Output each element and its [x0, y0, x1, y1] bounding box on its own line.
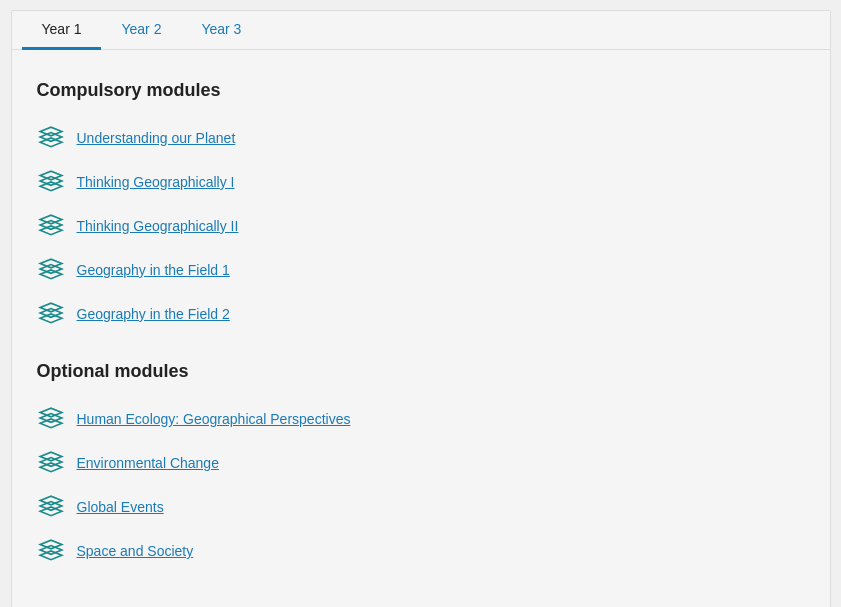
- module-link[interactable]: Geography in the Field 2: [77, 306, 230, 322]
- content-area: Compulsory modules Understanding our Pla…: [12, 50, 830, 607]
- list-item: Environmental Change: [37, 441, 805, 485]
- layers-icon: [37, 124, 65, 152]
- layers-icon: [37, 212, 65, 240]
- module-link[interactable]: Understanding our Planet: [77, 130, 236, 146]
- layers-icon: [37, 168, 65, 196]
- list-item: Geography in the Field 1: [37, 248, 805, 292]
- list-item: Understanding our Planet: [37, 116, 805, 160]
- list-item: Thinking Geographically I: [37, 160, 805, 204]
- tab-year3[interactable]: Year 3: [181, 11, 261, 50]
- module-link[interactable]: Thinking Geographically II: [77, 218, 239, 234]
- optional-title: Optional modules: [37, 361, 805, 382]
- module-link[interactable]: Environmental Change: [77, 455, 219, 471]
- tab-year2[interactable]: Year 2: [101, 11, 181, 50]
- tabs-bar: Year 1Year 2Year 3: [12, 11, 830, 50]
- module-link[interactable]: Thinking Geographically I: [77, 174, 235, 190]
- main-container: Year 1Year 2Year 3 Compulsory modules Un…: [11, 10, 831, 607]
- layers-icon: [37, 405, 65, 433]
- module-link[interactable]: Space and Society: [77, 543, 194, 559]
- tab-year1[interactable]: Year 1: [22, 11, 102, 50]
- compulsory-section: Compulsory modules Understanding our Pla…: [37, 80, 805, 336]
- optional-section: Optional modules Human Ecology: Geograph…: [37, 361, 805, 573]
- list-item: Space and Society: [37, 529, 805, 573]
- compulsory-title: Compulsory modules: [37, 80, 805, 101]
- optional-list: Human Ecology: Geographical Perspectives…: [37, 397, 805, 573]
- list-item: Geography in the Field 2: [37, 292, 805, 336]
- layers-icon: [37, 537, 65, 565]
- list-item: Human Ecology: Geographical Perspectives: [37, 397, 805, 441]
- layers-icon: [37, 449, 65, 477]
- module-link[interactable]: Geography in the Field 1: [77, 262, 230, 278]
- list-item: Global Events: [37, 485, 805, 529]
- layers-icon: [37, 493, 65, 521]
- list-item: Thinking Geographically II: [37, 204, 805, 248]
- module-link[interactable]: Global Events: [77, 499, 164, 515]
- layers-icon: [37, 256, 65, 284]
- layers-icon: [37, 300, 65, 328]
- compulsory-list: Understanding our PlanetThinking Geograp…: [37, 116, 805, 336]
- module-link[interactable]: Human Ecology: Geographical Perspectives: [77, 411, 351, 427]
